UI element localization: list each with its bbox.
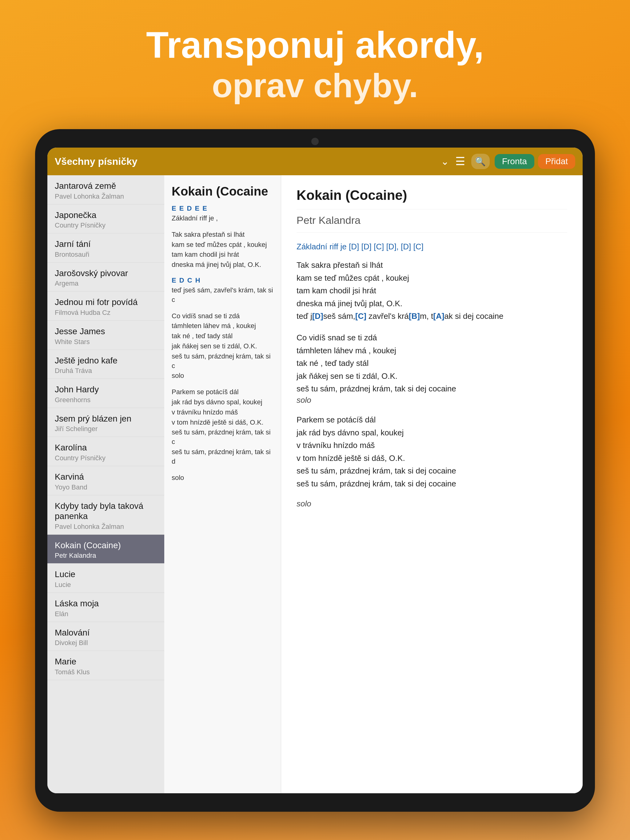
- song-artist: Country Písničky: [55, 221, 157, 229]
- pridat-button[interactable]: Přidat: [538, 154, 575, 169]
- right-lyric-block-1: Tak sakra přestaň si lhát kam se teď můž…: [296, 259, 567, 323]
- sidebar-item[interactable]: Kdyby tady byla taková panenka Pavel Loh…: [47, 495, 164, 535]
- lyric-line: kam se teď můžes cpát , koukej: [172, 240, 274, 249]
- song-title: Karolína: [55, 442, 157, 453]
- lyric-line: jak ňákej sen se ti zdál, O.K.: [296, 370, 567, 383]
- lyric-line: tam kam chodil jsi hrát: [172, 250, 274, 259]
- lyric-line: solo: [172, 371, 274, 381]
- song-title: Karviná: [55, 472, 157, 482]
- song-title: Kdyby tady byla taková panenka: [55, 501, 157, 521]
- song-artist: Country Písničky: [55, 454, 157, 462]
- menu-icon[interactable]: ☰: [455, 155, 465, 168]
- headline-sub: oprav chyby.: [0, 65, 630, 106]
- right-lyric-block-2: Co vidíš snad se ti zdá támhleten láhev …: [296, 332, 567, 405]
- lyric-line: tak né , teď tady stál: [296, 357, 567, 370]
- right-chords-hint: Základní riff je [D] [D] [C] [D], [D] [C…: [296, 242, 567, 251]
- lyric-line: Co vidíš snad se ti zdá: [172, 311, 274, 321]
- song-artist: Petr Kalandra: [55, 552, 157, 560]
- sidebar-item[interactable]: Karviná Yoyo Band: [47, 466, 164, 495]
- lyric-line: kam se teď můžes cpát , koukej: [296, 272, 567, 285]
- top-bar: Všechny písničky ⌄ ☰ 🔍 Fronta Přidat: [47, 148, 583, 175]
- lyric-line: támhleten láhev má , koukej: [172, 321, 274, 331]
- sidebar-item[interactable]: Japonečka Country Písničky: [47, 204, 164, 234]
- right-song-artist: Petr Kalandra: [296, 214, 567, 233]
- lyric-line: Co vidíš snad se ti zdá: [296, 332, 567, 344]
- song-title: Lucie: [55, 569, 157, 579]
- right-lyric-block-4: solo: [296, 499, 567, 508]
- song-title: Japonečka: [55, 210, 157, 221]
- middle-song-title: Kokain (Cocaine: [172, 185, 274, 198]
- right-panel: Kokain (Cocaine) Petr Kalandra Základní …: [281, 175, 583, 793]
- song-artist: Greenhorns: [55, 396, 157, 404]
- song-title: Jarní tání: [55, 239, 157, 249]
- sidebar-item[interactable]: Kokain (Cocaine) Petr Kalandra: [47, 535, 164, 564]
- lyric-line: v trávníku hnízdo máš: [296, 439, 567, 452]
- tablet-screen: Všechny písničky ⌄ ☰ 🔍 Fronta Přidat Jan…: [47, 148, 583, 793]
- lyric-line: dneska má jinej tvůj plat, O.K.: [296, 297, 567, 310]
- lyric-line: jak rád bys dávno spal, koukej: [296, 426, 567, 439]
- lyric-line: v tom hnízdě ještě si dáš, O.K.: [296, 452, 567, 465]
- lyric-line: tam kam chodil jsi hrát: [296, 284, 567, 297]
- song-artist: Yoyo Band: [55, 483, 157, 491]
- song-artist: Jiří Schelinger: [55, 425, 157, 433]
- sidebar-item[interactable]: Marie Tomáš Klus: [47, 651, 164, 680]
- sidebar-item[interactable]: Jednou mi fotr povídá Filmová Hudba Cz: [47, 292, 164, 321]
- lyric-line: jak ňákej sen se ti zdál, O.K.: [172, 342, 274, 351]
- lyric-line: seš tu sám, prázdnej krám, tak si d: [172, 447, 274, 466]
- song-title: Ještě jedno kafe: [55, 355, 157, 366]
- tablet-bezel: Všechny písničky ⌄ ☰ 🔍 Fronta Přidat Jan…: [35, 129, 595, 812]
- song-artist: Divokej Bill: [55, 639, 157, 647]
- lyric-solo: solo: [296, 395, 567, 405]
- lyric-line: támhleten láhev má , koukej: [296, 344, 567, 357]
- lyric-line: teď j[D]seš sám,[C] zavřel's krá[B]m, t[…: [296, 310, 567, 323]
- lyric-line: v tom hnízdě ještě si dáš, O.K.: [172, 418, 274, 427]
- lyric-line: v trávníku hnízdo máš: [172, 408, 274, 417]
- chord-line-1: E E D E E: [172, 204, 274, 212]
- middle-panel: Kokain (Cocaine E E D E E Základní riff …: [164, 175, 281, 793]
- lyric-line: Základní riff je ,: [172, 214, 274, 223]
- song-artist: Tomáš Klus: [55, 668, 157, 676]
- lyric-line: seš tu sám, prázdnej krám, tak si c: [172, 428, 274, 447]
- lyric-line: Tak sakra přestaň si lhát: [172, 230, 274, 240]
- song-title: Jarošovský pivovar: [55, 268, 157, 279]
- sidebar-item[interactable]: Jantarová země Pavel Lohonka Žalman: [47, 175, 164, 204]
- lyric-line: solo: [172, 473, 274, 483]
- sidebar-item[interactable]: Malování Divokej Bill: [47, 622, 164, 651]
- lyric-line: tak né , teď tady stál: [172, 332, 274, 341]
- sidebar-item[interactable]: Lucie Lucie: [47, 564, 164, 593]
- sidebar-item[interactable]: Jsem prý blázen jen Jiří Schelinger: [47, 408, 164, 437]
- sidebar-item[interactable]: John Hardy Greenhorns: [47, 379, 164, 408]
- song-title: Jantarová země: [55, 181, 157, 191]
- fronta-button[interactable]: Fronta: [495, 154, 534, 169]
- lyric-line: Parkem se potácíš dál: [296, 414, 567, 426]
- sidebar: Jantarová země Pavel Lohonka Žalman Japo…: [47, 175, 164, 793]
- chevron-icon[interactable]: ⌄: [441, 156, 449, 167]
- sidebar-item[interactable]: Karolína Country Písničky: [47, 437, 164, 466]
- sidebar-item[interactable]: Ještě jedno kafe Druhá Tráva: [47, 350, 164, 379]
- lyric-solo: solo: [296, 499, 567, 508]
- lyric-line: dneska má jinej tvůj plat, O.K.: [172, 260, 274, 270]
- chord-line-2: E D C H: [172, 276, 274, 284]
- right-lyric-block-3: Parkem se potácíš dál jak rád bys dávno …: [296, 414, 567, 490]
- sidebar-item[interactable]: Jesse James White Stars: [47, 321, 164, 350]
- song-artist: Pavel Lohonka Žalman: [55, 523, 157, 531]
- song-artist: Brontosauři: [55, 251, 157, 259]
- sidebar-item[interactable]: Jarošovský pivovar Argema: [47, 262, 164, 292]
- sidebar-item[interactable]: Jarní tání Brontosauři: [47, 234, 164, 262]
- sidebar-list: Jantarová země Pavel Lohonka Žalman Japo…: [47, 175, 164, 793]
- lyric-line: Parkem se potácíš dál: [172, 387, 274, 397]
- lyric-line: teď jseš sám, zavřel's krám, tak si c: [172, 286, 274, 305]
- search-button[interactable]: 🔍: [471, 154, 490, 169]
- sidebar-item[interactable]: Láska moja Elán: [47, 593, 164, 622]
- headline-area: Transponuj akordy, oprav chyby.: [0, 0, 630, 124]
- lyric-line: jak rád bys dávno spal, koukej: [172, 398, 274, 407]
- lyric-line: seš tu sám, prázdnej krám, tak si dej co…: [296, 477, 567, 490]
- song-artist: Elán: [55, 610, 157, 618]
- song-title: Jednou mi fotr povídá: [55, 297, 157, 308]
- song-artist: Argema: [55, 279, 157, 287]
- lyric-line: seš tu sám, prázdnej krám, tak si dej co…: [296, 464, 567, 477]
- song-title: Malování: [55, 628, 157, 638]
- song-title: Marie: [55, 657, 157, 667]
- lyric-line: seš tu sám, prázdnej krám, tak si c: [172, 352, 274, 371]
- content-area: Jantarová země Pavel Lohonka Žalman Japo…: [47, 175, 583, 793]
